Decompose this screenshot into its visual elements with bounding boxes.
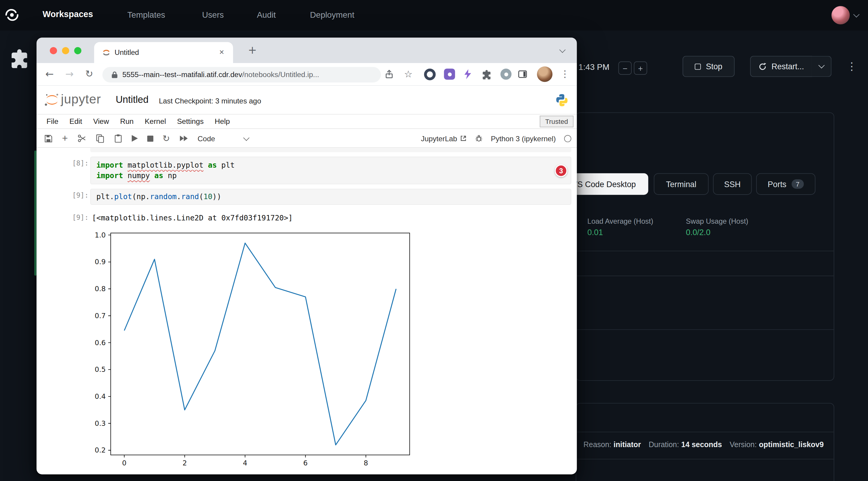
- nav-item-workspaces[interactable]: Workspaces: [42, 9, 93, 19]
- extensions-puzzle-icon[interactable]: [482, 70, 492, 80]
- svg-text:6: 6: [303, 459, 308, 467]
- lightning-extension-icon[interactable]: [464, 69, 472, 79]
- minimize-window-button[interactable]: [62, 47, 69, 54]
- interrupt-kernel-button[interactable]: [147, 135, 153, 141]
- extension-icon[interactable]: [444, 69, 455, 80]
- restart-run-all-button[interactable]: [179, 135, 188, 141]
- notebook-title[interactable]: Untitled: [116, 94, 149, 106]
- nav-item-deployment[interactable]: Deployment: [310, 10, 354, 19]
- kernel-status-icon[interactable]: [564, 135, 571, 142]
- panel-divider: [576, 276, 834, 276]
- restart-workspace-button[interactable]: Restart...: [750, 56, 812, 77]
- menu-file[interactable]: File: [46, 117, 59, 126]
- run-cell-button[interactable]: [131, 135, 137, 141]
- svg-text:0: 0: [122, 459, 127, 467]
- sidebar-toggle-icon[interactable]: [518, 70, 527, 78]
- new-tab-icon[interactable]: +: [248, 44, 257, 56]
- workspace-more-menu[interactable]: ⋮: [846, 61, 857, 71]
- maximize-window-button[interactable]: [74, 47, 81, 54]
- ssh-button[interactable]: SSH: [713, 173, 752, 195]
- share-icon[interactable]: [385, 70, 393, 79]
- forward-icon[interactable]: →: [65, 68, 74, 80]
- clock-text: 1:43 PM: [579, 62, 610, 71]
- coder-logo-icon[interactable]: [4, 8, 20, 24]
- stop-icon: [695, 63, 701, 69]
- jupyter-header: jupyter Untitled Last Checkpoint: 3 minu…: [37, 86, 577, 115]
- menu-settings[interactable]: Settings: [177, 117, 204, 126]
- stop-label: Stop: [706, 62, 722, 71]
- kernel-name[interactable]: Python 3 (ipykernel): [491, 134, 556, 143]
- password-manager-extension-icon[interactable]: [424, 69, 436, 81]
- ports-button[interactable]: Ports 7: [756, 173, 815, 195]
- browser-tab[interactable]: Untitled ×: [94, 42, 233, 63]
- menu-help[interactable]: Help: [215, 117, 230, 126]
- cell-type-select[interactable]: Code: [198, 134, 249, 143]
- copy-cell-button[interactable]: [95, 134, 104, 143]
- cell-input-prompt: [8]:: [56, 160, 89, 167]
- close-window-button[interactable]: [50, 47, 57, 54]
- puzzle-app-icon[interactable]: [10, 49, 29, 71]
- nav-item-audit[interactable]: Audit: [257, 10, 276, 19]
- svg-text:0.7: 0.7: [95, 312, 106, 320]
- tab-search-chevron-icon[interactable]: [559, 47, 566, 53]
- url-bar[interactable]: 5555--main--test--matifali.atif.cdr.dev/…: [102, 67, 381, 82]
- zoom-out-button[interactable]: −: [618, 62, 632, 75]
- browser-address-bar: ← → ↻ 5555--main--test--matifali.atif.cd…: [37, 63, 577, 86]
- browser-profile-avatar[interactable]: [537, 66, 553, 82]
- browser-menu-icon[interactable]: ⋮: [560, 68, 569, 79]
- save-button[interactable]: [44, 134, 53, 143]
- cut-cell-button[interactable]: [78, 134, 86, 143]
- tab-close-icon[interactable]: ×: [219, 47, 224, 56]
- vscode-desktop-label: VS Code Desktop: [572, 180, 636, 189]
- build-version-label: Version:: [730, 441, 757, 449]
- cell-output-text: [<matplotlib.lines.Line2D at 0x7fd03f191…: [92, 214, 293, 222]
- back-icon[interactable]: ←: [45, 68, 54, 80]
- build-meta-row[interactable]: Reason:initiatorDuration:14 secondsVersi…: [583, 441, 831, 449]
- matplotlib-figure-svg: 024680.20.30.40.50.60.70.80.91.0: [81, 229, 435, 474]
- cell-input-prompt: [9]:: [56, 192, 89, 199]
- trusted-button[interactable]: Trusted: [540, 116, 574, 127]
- swap-usage-label: Swap Usage (Host): [686, 217, 748, 225]
- code-cell-plot[interactable]: plt.plot(np.random.rand(10)): [90, 189, 571, 205]
- user-menu-chevron-icon[interactable]: [853, 11, 860, 18]
- code-cell-imports[interactable]: import matplotlib.pyplot as pltimport nu…: [90, 157, 571, 184]
- svg-text:0.5: 0.5: [95, 365, 106, 373]
- paste-cell-button[interactable]: [114, 134, 122, 143]
- extension-icon[interactable]: [501, 69, 512, 80]
- insert-cell-button[interactable]: +: [62, 133, 68, 144]
- menu-edit[interactable]: Edit: [70, 117, 82, 126]
- svg-text:0.4: 0.4: [95, 392, 106, 400]
- nav-item-users[interactable]: Users: [202, 10, 224, 19]
- debugger-icon[interactable]: [475, 135, 483, 142]
- terminal-label: Terminal: [666, 180, 696, 189]
- browser-tab-strip: Untitled × +: [37, 38, 577, 63]
- build-duration-value: 14 seconds: [681, 441, 722, 449]
- collaborator-badge[interactable]: 3: [555, 164, 567, 177]
- restart-options-button[interactable]: [812, 56, 831, 77]
- terminal-button[interactable]: Terminal: [654, 173, 709, 195]
- reload-icon[interactable]: ↻: [85, 68, 93, 79]
- bookmark-star-icon[interactable]: ☆: [404, 69, 412, 80]
- build-history-panel: Reason:initiatorDuration:14 secondsVersi…: [576, 403, 834, 481]
- menu-run[interactable]: Run: [120, 117, 133, 126]
- open-in-jupyterlab-link[interactable]: JupyterLab: [421, 134, 467, 143]
- stop-workspace-button[interactable]: Stop: [683, 56, 735, 77]
- cell-type-value: Code: [198, 134, 215, 143]
- menu-kernel[interactable]: Kernel: [145, 117, 166, 126]
- url-domain: 5555--main--test--matifali.atif.cdr.dev: [122, 70, 242, 78]
- build-reason-value: initiator: [614, 441, 641, 449]
- extension-glyph: [504, 72, 508, 76]
- nav-item-templates[interactable]: Templates: [127, 10, 165, 19]
- build-version-value: optimistic_liskov9: [759, 441, 824, 449]
- panel-divider: [576, 459, 834, 459]
- cell-output-prompt: [9]:: [56, 214, 89, 221]
- user-avatar[interactable]: [831, 6, 850, 24]
- menu-view[interactable]: View: [93, 117, 109, 126]
- workspace-panel: VS Code Desktop Terminal SSH Ports 7 Loa…: [576, 113, 834, 381]
- partial-cell-above: [90, 148, 571, 152]
- restart-label: Restart...: [771, 62, 804, 71]
- coder-top-nav: Workspaces Templates Users Audit Deploym…: [0, 0, 868, 31]
- zoom-in-button[interactable]: +: [634, 62, 647, 75]
- jupyterlab-label: JupyterLab: [421, 134, 457, 143]
- restart-kernel-button[interactable]: ↻: [162, 133, 170, 143]
